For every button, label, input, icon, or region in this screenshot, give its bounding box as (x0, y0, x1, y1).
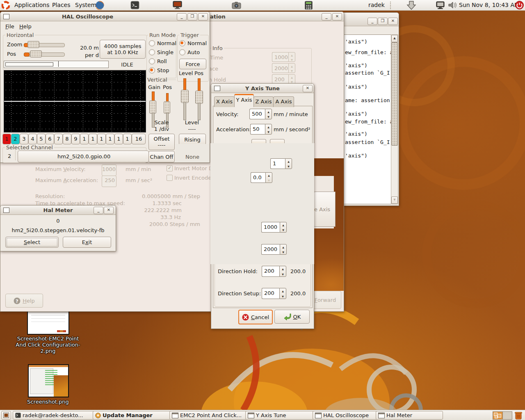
direction-setup-spinbox[interactable]: 200 ▲▼ (262, 288, 286, 299)
menu-help[interactable]: Help (19, 23, 32, 30)
floating-spinbox-2[interactable]: 0.0 ▲▼ (251, 172, 272, 183)
exit-button[interactable]: Exit (63, 237, 111, 248)
spin-buttons[interactable]: ▲▼ (279, 288, 286, 299)
spin-up-icon[interactable]: ▲ (289, 52, 295, 57)
channel-4-button[interactable]: 4 (28, 134, 37, 144)
radio-selected-icon[interactable] (179, 40, 185, 46)
channel-7-button[interactable]: 7 (54, 134, 63, 144)
run-mode-stop[interactable]: Stop (149, 67, 169, 73)
camera-icon[interactable] (232, 1, 241, 9)
tab-a-axis[interactable]: A Axis (273, 96, 294, 107)
taskbar-emc2-button[interactable]: EMC2 Point And Click... (169, 411, 249, 420)
spin-value[interactable]: 500 (249, 109, 265, 119)
floating-spinbox-4[interactable]: 2000 ▲▼ (261, 244, 287, 255)
spin-value[interactable]: 0.0 (251, 172, 265, 183)
tune-titlebar[interactable]: Y Axis Tune ✕ (211, 84, 314, 93)
channel-9-button[interactable]: 9 (71, 134, 80, 144)
pos-slider-handle[interactable] (30, 50, 42, 57)
spin-value[interactable]: 50 (250, 124, 265, 135)
taskbar-hal-oscilloscope-button[interactable]: HAL Oscilloscope (313, 411, 379, 420)
taskbar-hal-meter-button[interactable]: Hal Meter (376, 411, 443, 420)
trigger-pos-track[interactable] (198, 103, 201, 120)
spin-value[interactable]: 1000 (272, 52, 288, 62)
spin-down-icon[interactable]: ▼ (266, 178, 272, 183)
menu-applications[interactable]: Applications (11, 0, 53, 10)
direction-hold-spinbox[interactable]: 200 ▲▼ (262, 266, 286, 277)
terminal-scrollbar[interactable]: ▲ ▼ (391, 34, 398, 204)
velocity-spinbox[interactable]: 500 ▲▼ (249, 109, 272, 119)
minimize-button[interactable]: _ (368, 18, 377, 25)
tab-x-axis[interactable]: X Axis (214, 96, 235, 107)
vpos-slider[interactable] (166, 93, 169, 102)
invert-motor-checkbox[interactable]: ✓ (167, 165, 173, 171)
trigger-normal[interactable]: Normal (179, 40, 207, 46)
info-spinbox[interactable]: 1000 ▲▼ (272, 52, 295, 62)
close-button[interactable]: ✕ (198, 13, 208, 21)
trigger-level-track[interactable] (183, 102, 186, 120)
spin-up-icon[interactable]: ▲ (280, 288, 286, 294)
desktop-icon-screenshot[interactable] (28, 364, 69, 397)
radio-icon[interactable] (149, 58, 155, 64)
channel-8-button[interactable]: 8 (63, 134, 71, 144)
trigger-edge-button[interactable]: Rising (179, 134, 206, 145)
spin-up-icon[interactable]: ▲ (266, 173, 272, 178)
channel-16-button[interactable]: 16 (132, 134, 146, 144)
zoom-slider-handle[interactable] (27, 41, 39, 48)
spin-down-icon[interactable]: ▼ (280, 227, 286, 232)
desktop-icon-label[interactable]: Screenshot.png (19, 399, 77, 405)
channel-10-button[interactable]: 1 (80, 134, 89, 144)
trigger-level-handle[interactable] (181, 90, 189, 103)
taskbar-y-axis-tune-button[interactable]: Y Axis Tune (245, 411, 316, 420)
tab-z-axis[interactable]: Z Axis (253, 96, 274, 107)
vpos-slider-handle[interactable] (164, 101, 170, 114)
channel-2-button[interactable]: 2 (11, 134, 20, 144)
taskbar-update-manager-button[interactable]: Update Manager (93, 411, 172, 420)
spin-up-icon[interactable]: ▲ (289, 75, 295, 79)
radio-icon[interactable] (149, 49, 155, 55)
run-mode-single[interactable]: Single (149, 49, 173, 55)
invert-encoder-checkbox[interactable] (167, 175, 173, 181)
spin-value[interactable]: 2000 (272, 63, 288, 73)
acceleration-spinbox[interactable]: 50 ▲▼ (250, 124, 272, 135)
volume-icon[interactable] (448, 1, 457, 9)
spin-down-icon[interactable]: ▼ (265, 114, 272, 119)
close-button[interactable]: ✕ (388, 18, 398, 25)
trigger-pos-handle[interactable] (195, 91, 203, 104)
spin-buttons[interactable]: ▲▼ (279, 266, 286, 277)
spin-buttons[interactable]: ▲▼ (265, 172, 272, 183)
software-update-icon[interactable] (405, 0, 418, 10)
samples-button[interactable]: 4000 samples at 10.0 KHz (100, 40, 146, 59)
gain-slider[interactable] (152, 91, 155, 101)
spin-value[interactable]: 2000 (261, 244, 280, 255)
spin-buttons[interactable]: ▲▼ (288, 52, 295, 62)
channel-1-button[interactable]: 1 (2, 134, 11, 144)
taskbar-terminal-button[interactable]: radek@radek-deskto... (13, 411, 96, 420)
max-velocity-entry[interactable]: 1000 (102, 164, 116, 176)
channel-12-button[interactable]: 1 (97, 134, 106, 144)
spin-down-icon[interactable]: ▼ (280, 294, 286, 299)
trigger-source-button[interactable]: None (179, 154, 205, 160)
spin-buttons[interactable]: ▲▼ (265, 109, 272, 119)
run-mode-normal[interactable]: Normal (149, 40, 176, 46)
cancel-button[interactable]: Cancel (238, 310, 273, 324)
channel-13-button[interactable]: 1 (106, 134, 114, 144)
spin-buttons[interactable]: ▲▼ (288, 63, 295, 73)
terminal-launcher-icon[interactable] (130, 1, 139, 9)
radio-icon[interactable] (149, 40, 155, 46)
maximize-button[interactable]: ❒ (378, 18, 388, 25)
scroll-up-icon[interactable]: ▲ (391, 35, 398, 42)
floating-spinbox-1[interactable]: 1 ▲▼ (270, 158, 292, 169)
tune-axis-button-fragment[interactable]: e Axis (312, 192, 336, 227)
channel-15-button[interactable]: 1 (123, 134, 132, 144)
minimize-button[interactable]: _ (177, 13, 187, 21)
power-icon[interactable] (515, 1, 524, 9)
desktop-icon-label[interactable]: Screenshot-EMC2 Point And Click Configur… (15, 336, 81, 354)
maximize-button[interactable]: ❒ (187, 13, 197, 21)
spin-up-icon[interactable]: ▲ (289, 64, 295, 68)
run-mode-roll[interactable]: Roll (149, 58, 167, 64)
screens-icon[interactable] (172, 1, 183, 9)
offset-button[interactable]: Offset ---- (148, 134, 175, 150)
channel-11-button[interactable]: 1 (89, 134, 97, 144)
spin-down-icon[interactable]: ▼ (289, 57, 295, 62)
spin-down-icon[interactable]: ▼ (280, 249, 286, 254)
